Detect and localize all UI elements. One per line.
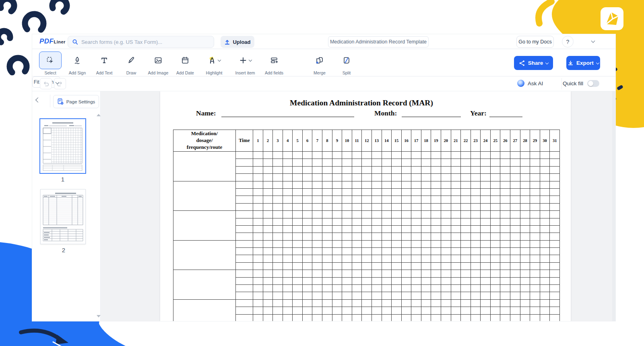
day-cell[interactable] bbox=[312, 188, 322, 196]
day-cell[interactable] bbox=[451, 240, 461, 247]
day-cell[interactable] bbox=[302, 270, 312, 277]
page-thumbnail-1[interactable] bbox=[39, 118, 86, 174]
pdfliner-logo[interactable]: PDFLiner bbox=[39, 37, 66, 45]
share-button[interactable]: Share bbox=[514, 56, 553, 70]
day-cell[interactable] bbox=[293, 314, 303, 321]
day-cell[interactable] bbox=[471, 270, 481, 277]
day-cell[interactable] bbox=[441, 181, 451, 188]
day-cell[interactable] bbox=[332, 174, 342, 181]
day-cell[interactable] bbox=[283, 262, 293, 270]
day-cell[interactable] bbox=[342, 174, 352, 181]
day-cell[interactable] bbox=[421, 262, 431, 270]
day-cell[interactable] bbox=[411, 166, 421, 173]
day-cell[interactable] bbox=[481, 307, 491, 314]
day-cell[interactable] bbox=[382, 277, 392, 284]
day-cell[interactable] bbox=[263, 299, 273, 307]
day-cell[interactable] bbox=[520, 203, 530, 210]
day-cell[interactable] bbox=[293, 166, 303, 173]
day-cell[interactable] bbox=[540, 152, 550, 159]
day-cell[interactable] bbox=[441, 174, 451, 181]
day-cell[interactable] bbox=[441, 292, 451, 299]
day-cell[interactable] bbox=[273, 225, 283, 233]
day-cell[interactable] bbox=[392, 270, 402, 277]
day-cell[interactable] bbox=[342, 307, 352, 314]
day-cell[interactable] bbox=[471, 152, 481, 159]
day-cell[interactable] bbox=[273, 166, 283, 173]
day-cell[interactable] bbox=[293, 181, 303, 188]
day-cell[interactable] bbox=[540, 225, 550, 233]
day-cell[interactable] bbox=[550, 285, 560, 292]
day-cell[interactable] bbox=[540, 159, 550, 166]
day-cell[interactable] bbox=[411, 307, 421, 314]
day-cell[interactable] bbox=[411, 159, 421, 166]
day-cell[interactable] bbox=[510, 188, 520, 196]
day-cell[interactable] bbox=[401, 225, 411, 233]
day-cell[interactable] bbox=[550, 211, 560, 218]
day-cell[interactable] bbox=[510, 152, 520, 159]
day-cell[interactable] bbox=[322, 218, 332, 225]
day-cell[interactable] bbox=[520, 262, 530, 270]
day-cell[interactable] bbox=[401, 262, 411, 270]
day-cell[interactable] bbox=[332, 277, 342, 284]
day-cell[interactable] bbox=[520, 159, 530, 166]
day-cell[interactable] bbox=[500, 152, 510, 159]
time-cell[interactable] bbox=[236, 299, 253, 307]
day-cell[interactable] bbox=[372, 255, 382, 262]
time-cell[interactable] bbox=[236, 211, 253, 218]
day-cell[interactable] bbox=[411, 211, 421, 218]
day-cell[interactable] bbox=[550, 188, 560, 196]
day-cell[interactable] bbox=[293, 233, 303, 240]
day-cell[interactable] bbox=[253, 299, 263, 307]
day-cell[interactable] bbox=[253, 262, 263, 270]
day-cell[interactable] bbox=[411, 262, 421, 270]
day-cell[interactable] bbox=[481, 240, 491, 247]
day-cell[interactable] bbox=[530, 240, 540, 247]
day-cell[interactable] bbox=[500, 240, 510, 247]
day-cell[interactable] bbox=[510, 299, 520, 307]
day-cell[interactable] bbox=[392, 314, 402, 321]
day-cell[interactable] bbox=[263, 196, 273, 203]
day-cell[interactable] bbox=[500, 181, 510, 188]
day-cell[interactable] bbox=[401, 196, 411, 203]
day-cell[interactable] bbox=[540, 174, 550, 181]
day-cell[interactable] bbox=[263, 307, 273, 314]
medication-cell[interactable] bbox=[173, 299, 236, 321]
day-cell[interactable] bbox=[372, 225, 382, 233]
day-cell[interactable] bbox=[263, 152, 273, 159]
day-cell[interactable] bbox=[540, 196, 550, 203]
day-cell[interactable] bbox=[342, 233, 352, 240]
day-cell[interactable] bbox=[392, 299, 402, 307]
year-fill-line[interactable] bbox=[489, 107, 522, 117]
day-cell[interactable] bbox=[421, 255, 431, 262]
day-cell[interactable] bbox=[362, 152, 372, 159]
day-cell[interactable] bbox=[471, 233, 481, 240]
day-cell[interactable] bbox=[372, 152, 382, 159]
day-cell[interactable] bbox=[342, 314, 352, 321]
day-cell[interactable] bbox=[362, 307, 372, 314]
day-cell[interactable] bbox=[273, 314, 283, 321]
day-cell[interactable] bbox=[401, 248, 411, 255]
day-cell[interactable] bbox=[401, 314, 411, 321]
day-cell[interactable] bbox=[352, 277, 362, 284]
day-cell[interactable] bbox=[322, 225, 332, 233]
day-cell[interactable] bbox=[540, 211, 550, 218]
day-cell[interactable] bbox=[322, 196, 332, 203]
day-cell[interactable] bbox=[342, 262, 352, 270]
day-cell[interactable] bbox=[342, 196, 352, 203]
day-cell[interactable] bbox=[322, 285, 332, 292]
day-cell[interactable] bbox=[500, 218, 510, 225]
day-cell[interactable] bbox=[530, 307, 540, 314]
day-cell[interactable] bbox=[441, 233, 451, 240]
day-cell[interactable] bbox=[520, 299, 530, 307]
day-cell[interactable] bbox=[312, 225, 322, 233]
day-cell[interactable] bbox=[401, 307, 411, 314]
day-cell[interactable] bbox=[471, 218, 481, 225]
day-cell[interactable] bbox=[421, 211, 431, 218]
time-cell[interactable] bbox=[236, 174, 253, 181]
medication-cell[interactable] bbox=[173, 152, 236, 181]
day-cell[interactable] bbox=[302, 152, 312, 159]
day-cell[interactable] bbox=[263, 166, 273, 173]
day-cell[interactable] bbox=[342, 248, 352, 255]
day-cell[interactable] bbox=[451, 277, 461, 284]
day-cell[interactable] bbox=[510, 270, 520, 277]
